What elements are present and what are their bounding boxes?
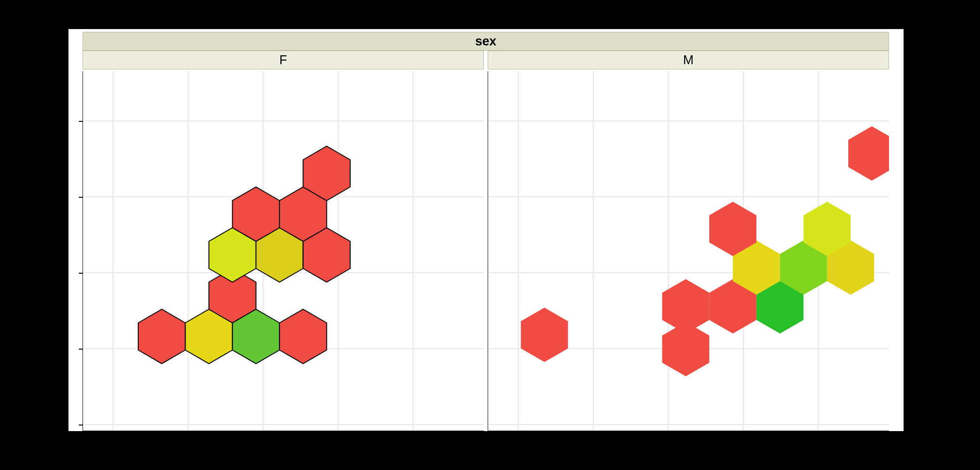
strip-outer: sex (83, 32, 889, 51)
hex-layer-m (488, 71, 889, 431)
hex-cell (138, 309, 185, 364)
y-tick (79, 349, 83, 350)
chart-stage: sex F M (0, 0, 980, 470)
y-tick (79, 197, 83, 198)
y-tick (79, 121, 83, 122)
hex-cell (848, 126, 889, 180)
facet-f (83, 71, 484, 431)
facet-m (488, 71, 889, 431)
strip-inner-m-label: M (683, 53, 694, 67)
strip-inner-m: M (488, 51, 889, 69)
strip-inner-f: F (83, 51, 484, 69)
hex-layer-f (83, 71, 484, 431)
y-tick (79, 425, 83, 425)
strip-inner-f-label: F (279, 53, 287, 67)
hex-cell (662, 279, 709, 334)
strip-outer-label: sex (475, 34, 496, 48)
y-tick (79, 273, 83, 274)
hex-cell (279, 309, 327, 364)
hex-cell (521, 308, 568, 362)
